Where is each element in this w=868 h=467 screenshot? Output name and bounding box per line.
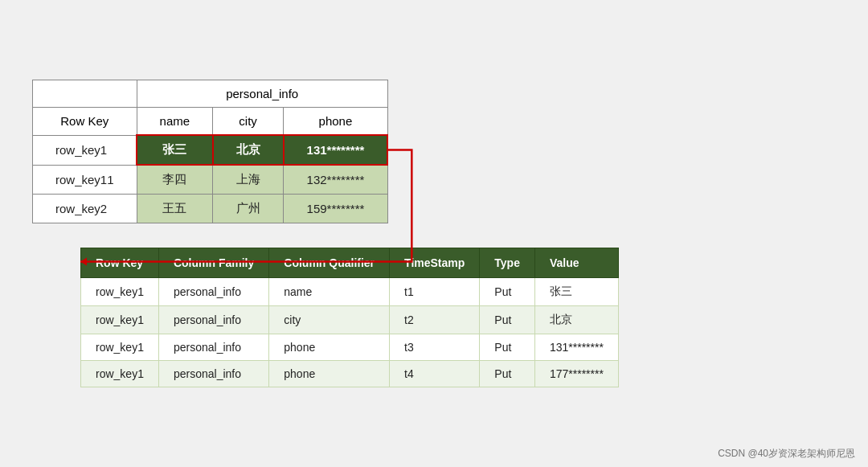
main-container: personal_info Row Key name city phone ro… [0, 63, 868, 404]
city-cell: 上海 [213, 165, 284, 195]
column_qualifier-cell: phone [269, 361, 390, 387]
row_key-cell: row_key1 [81, 361, 159, 387]
upper-table-row: row_key2王五广州159******** [33, 195, 388, 223]
column_qualifier-cell: name [269, 278, 390, 306]
city-cell: 北京 [213, 135, 284, 165]
column_family-cell: personal_info [158, 334, 268, 361]
lower-table-header: Type [480, 248, 535, 278]
phone-cell: 159******** [284, 195, 388, 223]
name-header: name [137, 108, 213, 136]
row_key-cell: row_key1 [81, 306, 159, 334]
name-cell: 李四 [137, 165, 213, 195]
timestamp-cell: t3 [390, 334, 480, 361]
lower-table-header: Value [534, 248, 618, 278]
lower-table: Row KeyColumn FamilyColumn QualifierTime… [80, 248, 619, 387]
watermark: CSDN @40岁资深老架构师尼恩 [718, 447, 855, 461]
value-cell: 177******** [534, 361, 618, 387]
column_qualifier-cell: city [269, 306, 390, 334]
personal-info-header: personal_info [137, 80, 387, 108]
lower-table-row: row_key1personal_infocityt2Put北京 [81, 306, 619, 334]
lower-table-row: row_key1personal_infophonet3Put131******… [81, 334, 619, 361]
lower-table-header: Column Family [158, 248, 268, 278]
lower-table-row: row_key1personal_infophonet4Put177******… [81, 361, 619, 387]
value-cell: 131******** [534, 334, 618, 361]
column_family-cell: personal_info [158, 361, 268, 387]
phone-header: phone [284, 108, 388, 136]
upper-table-row: row_key1张三北京131******** [33, 135, 388, 165]
row_key-cell: row_key1 [81, 278, 159, 306]
row-key-cell: row_key11 [33, 165, 137, 195]
lower-table-header: Column Qualifier [269, 248, 390, 278]
name-cell: 张三 [137, 135, 213, 165]
row-key-cell: row_key1 [33, 135, 137, 165]
upper-table: personal_info Row Key name city phone ro… [32, 80, 388, 223]
type-cell: Put [480, 361, 535, 387]
row-key-cell: row_key2 [33, 195, 137, 223]
name-cell: 王五 [137, 195, 213, 223]
upper-table-wrapper: personal_info Row Key name city phone ro… [32, 80, 388, 223]
phone-cell: 131******** [284, 135, 388, 165]
rowkey-header: Row Key [33, 108, 137, 136]
column_qualifier-cell: phone [269, 334, 390, 361]
city-cell: 广州 [213, 195, 284, 223]
lower-table-wrapper: Row KeyColumn FamilyColumn QualifierTime… [80, 248, 619, 387]
type-cell: Put [480, 334, 535, 361]
timestamp-cell: t4 [390, 361, 480, 387]
row_key-cell: row_key1 [81, 334, 159, 361]
empty-header [33, 80, 137, 108]
value-cell: 张三 [534, 278, 618, 306]
column_family-cell: personal_info [158, 278, 268, 306]
column_family-cell: personal_info [158, 306, 268, 334]
phone-cell: 132******** [284, 165, 388, 195]
lower-table-header: Row Key [81, 248, 159, 278]
type-cell: Put [480, 278, 535, 306]
lower-table-header: TimeStamp [390, 248, 480, 278]
type-cell: Put [480, 306, 535, 334]
lower-table-row: row_key1personal_infonamet1Put张三 [81, 278, 619, 306]
timestamp-cell: t1 [390, 278, 480, 306]
city-header: city [213, 108, 284, 136]
timestamp-cell: t2 [390, 306, 480, 334]
value-cell: 北京 [534, 306, 618, 334]
upper-table-row: row_key11李四上海132******** [33, 165, 388, 195]
